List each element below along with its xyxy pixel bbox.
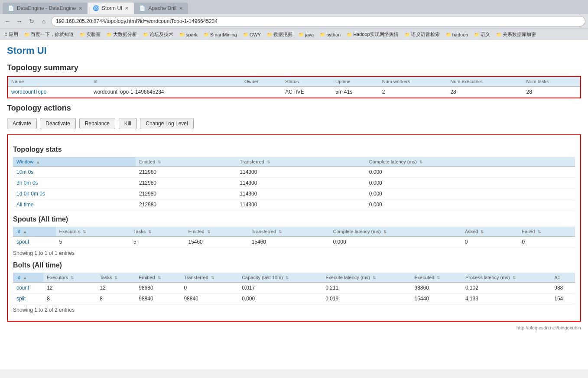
- bookmark-apps[interactable]: ⠿ 应用: [2, 30, 21, 39]
- th-complete-latency: Complete latency (ms) ⇅: [366, 157, 575, 167]
- cell-bolt-split-tasks: 8: [96, 293, 135, 304]
- address-bar: ← → ↻ ⌂: [0, 14, 588, 29]
- cell-window-3: 1d 0h 0m 0s: [13, 189, 136, 199]
- th-spout-executors: Executors ⇅: [56, 227, 130, 237]
- bookmark-gwy[interactable]: 📁 GWY: [240, 31, 263, 38]
- cell-bolt-count-emitted: 98680: [135, 283, 180, 293]
- th-spout-latency: Complete latency (ms) ⇅: [330, 227, 461, 237]
- bookmark-spark[interactable]: 📁 spark: [177, 31, 200, 38]
- stats-row-2: 3h 0m 0s 212980 114300 0.000: [13, 178, 575, 189]
- bookmark-reldb-label: 关系数据库加密: [503, 31, 536, 38]
- tab-apachedrill[interactable]: 📄 Apache Drill ✕: [134, 3, 188, 14]
- cell-transferred-4: 114300: [236, 199, 365, 210]
- reload-button[interactable]: ↻: [27, 16, 36, 26]
- tab-stormui-icon: 🌀: [93, 5, 99, 11]
- url-input[interactable]: [51, 16, 585, 26]
- bookmark-hadoop[interactable]: 📁 Hadoop实现网络舆情: [344, 30, 401, 39]
- activate-button[interactable]: Activate: [7, 118, 37, 129]
- deactivate-button[interactable]: Deactivate: [40, 118, 76, 129]
- tab-dataengine-label: DataEngine - DataEngine: [17, 5, 76, 11]
- bolts-showing-text: Showing 1 to 2 of 2 entries: [13, 307, 575, 313]
- back-button[interactable]: ←: [3, 16, 12, 26]
- window-link-2[interactable]: 3h 0m 0s: [16, 180, 38, 186]
- th-uptime: Uptime: [332, 77, 379, 87]
- cell-topo-workers: 2: [379, 87, 447, 98]
- home-button[interactable]: ⌂: [39, 16, 49, 26]
- window-link-1[interactable]: 10m 0s: [16, 169, 33, 175]
- cell-bolt-count-id: count: [13, 283, 43, 293]
- topo-name-link[interactable]: wordcountTopo: [11, 89, 46, 95]
- cell-bolt-count-prolat: 0.102: [462, 283, 551, 293]
- sort-latency-icon: ⇅: [419, 160, 423, 164]
- sort-bolt-prolat-icon: ⇅: [513, 276, 516, 280]
- bookmark-smartmining[interactable]: 📁 SmartMining: [201, 31, 240, 38]
- rebalance-button[interactable]: Rebalance: [79, 118, 115, 129]
- th-bolt-tasks: Tasks ⇅: [96, 273, 135, 283]
- sort-spout-trans-icon: ⇅: [279, 230, 282, 234]
- bookmark-lab-label: 实验室: [86, 31, 101, 38]
- bookmark-forum[interactable]: 📁 论坛及技术: [140, 30, 176, 39]
- folder-icon-5: 📁: [179, 32, 185, 37]
- page-content: Storm UI Topology summary Name Id Owner …: [0, 40, 588, 369]
- th-spout-transferred: Transferred ⇅: [248, 227, 330, 237]
- bookmark-semantics-label: 语义: [481, 31, 490, 38]
- tab-bar: 📄 DataEngine - DataEngine ✕ 🌀 Storm UI ✕…: [0, 0, 588, 14]
- tab-stormui[interactable]: 🌀 Storm UI ✕: [88, 3, 134, 14]
- bookmark-lab[interactable]: 📁 实验室: [77, 30, 103, 39]
- cell-transferred-1: 114300: [236, 167, 365, 178]
- folder-icon: 📁: [24, 32, 29, 37]
- th-window: Window ▲: [13, 157, 136, 167]
- bookmark-baidu[interactable]: 📁 百度一下，你就知道: [22, 30, 76, 39]
- folder-icon-2: 📁: [80, 32, 85, 37]
- folder-icon-13: 📁: [446, 32, 451, 37]
- folder-icon-12: 📁: [405, 32, 410, 37]
- topology-summary-table: Name Id Owner Status Uptime Num workers …: [8, 77, 580, 98]
- sort-spout-tasks-icon: ⇅: [148, 230, 152, 234]
- footer: http://blog.csdn.net/bingoxubin: [7, 325, 581, 330]
- bolt-count-link[interactable]: count: [16, 285, 29, 291]
- tab-dataengine[interactable]: 📄 DataEngine - DataEngine ✕: [3, 3, 88, 14]
- th-bolt-transferred: Transferred ⇅: [180, 273, 238, 283]
- bolts-header-row: Id ▲ Executors ⇅ Tasks ⇅ Emitted ⇅: [13, 273, 575, 283]
- cell-emitted-4: 212980: [136, 199, 236, 210]
- sort-bolt-id-icon: ▲: [23, 276, 27, 280]
- th-spout-acked: Acked ⇅: [461, 227, 519, 237]
- tab-apachedrill-close[interactable]: ✕: [179, 6, 183, 11]
- stats-row-1: 10m 0s 212980 114300 0.000: [13, 167, 575, 178]
- bookmark-hadoop2[interactable]: 📁 hadoop: [443, 31, 471, 38]
- th-bolt-id: Id ▲: [13, 273, 43, 283]
- bookmark-java[interactable]: 📁 java: [296, 31, 316, 38]
- tab-dataengine-close[interactable]: ✕: [78, 6, 82, 11]
- bookmark-datamining[interactable]: 📁 数据挖掘: [264, 30, 295, 39]
- sort-spout-id-icon: ▲: [23, 230, 27, 234]
- bolt-row-count: count 12 12 98680 0 0.017 0.211 98860 0.…: [13, 283, 575, 293]
- sort-spout-failed-icon: ⇅: [538, 230, 541, 234]
- sort-bolt-emitted-icon: ⇅: [158, 276, 161, 280]
- cell-bolt-split-id: split: [13, 293, 43, 304]
- th-bolt-exec-lat: Execute latency (ms) ⇅: [322, 273, 411, 283]
- spout-id-link[interactable]: spout: [16, 239, 29, 245]
- sort-bolt-tasks-icon: ⇅: [114, 276, 118, 280]
- tab-stormui-close[interactable]: ✕: [125, 6, 129, 11]
- change-log-level-button[interactable]: Change Log Level: [140, 118, 193, 129]
- cell-bolt-count-exec: 12: [43, 283, 96, 293]
- th-bolt-executors: Executors ⇅: [43, 273, 96, 283]
- kill-button[interactable]: Kill: [119, 118, 137, 129]
- bookmark-semantics[interactable]: 📁 语义: [471, 30, 493, 39]
- bolt-split-link[interactable]: split: [16, 296, 26, 302]
- window-link-4[interactable]: All time: [16, 202, 33, 208]
- topology-summary-header-row: Name Id Owner Status Uptime Num workers …: [8, 77, 580, 87]
- bookmark-nlp[interactable]: 📁 语义语音检索: [402, 30, 442, 39]
- bookmark-reldb[interactable]: 📁 关系数据库加密: [494, 30, 539, 39]
- cell-emitted-2: 212980: [136, 178, 236, 189]
- folder-icon-14: 📁: [474, 32, 479, 37]
- cell-bolt-count-exlat: 0.211: [322, 283, 411, 293]
- forward-button[interactable]: →: [15, 16, 24, 26]
- bookmark-bigdata[interactable]: 📁 大数据分析: [104, 30, 140, 39]
- window-link-3[interactable]: 1d 0h 0m 0s: [16, 191, 45, 197]
- bookmark-python[interactable]: 📁 python: [317, 31, 343, 38]
- folder-icon-4: 📁: [143, 32, 148, 37]
- topology-actions-heading: Topology actions: [7, 104, 581, 113]
- tab-dataengine-icon: 📄: [8, 5, 14, 11]
- tab-apachedrill-icon: 📄: [139, 5, 146, 11]
